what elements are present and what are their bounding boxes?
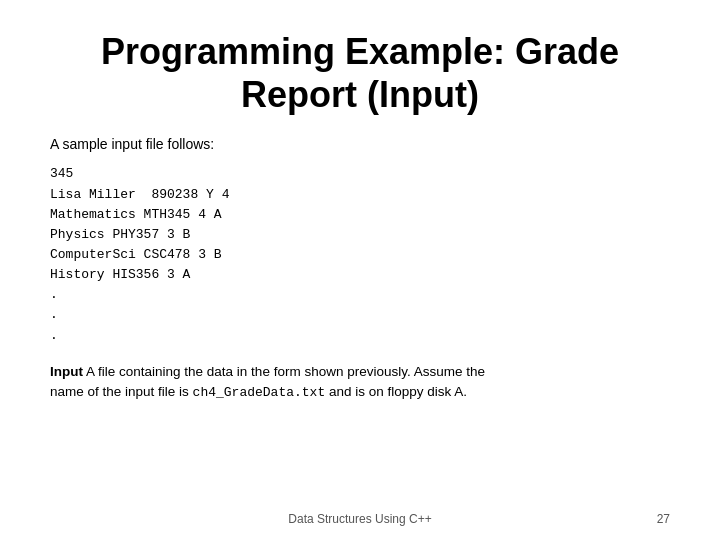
title-line1: Programming Example: Grade (101, 31, 619, 72)
page-number: 27 (657, 512, 670, 526)
description-text: A file containing the data in the form s… (83, 364, 485, 379)
footer-text: Data Structures Using C++ (0, 512, 720, 526)
description-line2-end: and is on floppy disk A. (325, 384, 467, 399)
description-line2-start: name of the input file is (50, 384, 193, 399)
footer: Data Structures Using C++ 27 (0, 512, 720, 526)
code-line-7: . (50, 287, 58, 302)
description-inline-code: ch4_GradeData.txt (193, 385, 326, 400)
slide-container: Programming Example: Grade Report (Input… (0, 0, 720, 540)
code-line-5: ComputerSci CSC478 3 B (50, 247, 222, 262)
input-label: Input (50, 364, 83, 379)
code-line-6: History HIS356 3 A (50, 267, 190, 282)
title-block: Programming Example: Grade Report (Input… (50, 30, 670, 116)
code-line-1: 345 (50, 166, 73, 181)
code-line-2: Lisa Miller 890238 Y 4 (50, 187, 229, 202)
description-block: Input A file containing the data in the … (50, 362, 670, 403)
code-line-4: Physics PHY357 3 B (50, 227, 190, 242)
code-block: 345 Lisa Miller 890238 Y 4 Mathematics M… (50, 164, 670, 345)
code-line-3: Mathematics MTH345 4 A (50, 207, 222, 222)
code-line-8: . (50, 307, 58, 322)
code-line-9: . (50, 328, 58, 343)
subtitle-text: A sample input file follows: (50, 136, 670, 152)
slide-title: Programming Example: Grade Report (Input… (50, 30, 670, 116)
title-line2: Report (Input) (241, 74, 479, 115)
